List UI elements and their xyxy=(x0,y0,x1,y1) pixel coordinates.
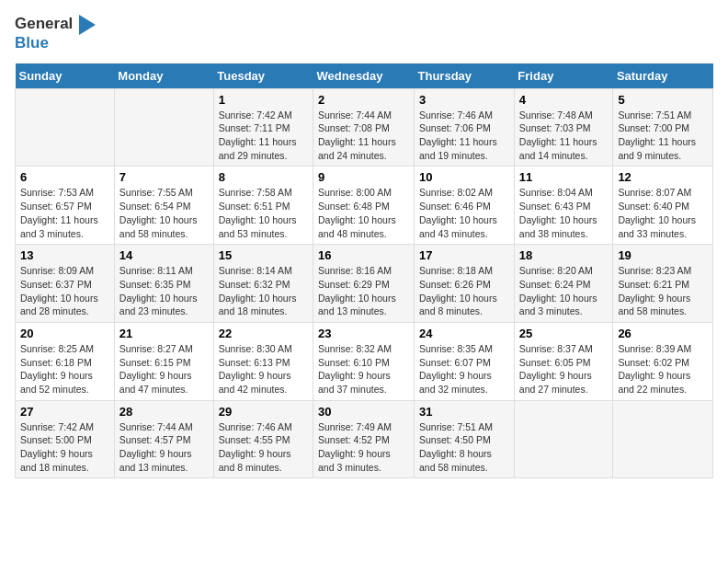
calendar-cell: 3Sunrise: 7:46 AM Sunset: 7:06 PM Daylig… xyxy=(415,88,515,167)
calendar-cell: 5Sunrise: 7:51 AM Sunset: 7:00 PM Daylig… xyxy=(613,88,713,167)
day-info: Sunrise: 8:04 AM Sunset: 6:43 PM Dayligh… xyxy=(519,186,609,240)
logo-general: General xyxy=(15,15,73,32)
day-number: 17 xyxy=(419,248,509,262)
day-number: 14 xyxy=(119,248,209,262)
day-info: Sunrise: 8:09 AM Sunset: 6:37 PM Dayligh… xyxy=(20,264,109,318)
calendar-cell xyxy=(613,400,713,478)
day-number: 10 xyxy=(419,170,509,184)
calendar-cell: 18Sunrise: 8:20 AM Sunset: 6:24 PM Dayli… xyxy=(514,245,613,323)
week-row-5: 27Sunrise: 7:42 AM Sunset: 5:00 PM Dayli… xyxy=(16,400,713,478)
header: General Blue xyxy=(15,15,713,52)
day-number: 8 xyxy=(219,170,308,184)
week-row-4: 20Sunrise: 8:25 AM Sunset: 6:18 PM Dayli… xyxy=(16,322,713,400)
calendar-cell: 28Sunrise: 7:44 AM Sunset: 4:57 PM Dayli… xyxy=(114,400,213,478)
logo: General Blue xyxy=(15,15,96,52)
header-day-friday: Friday xyxy=(514,63,613,89)
calendar-cell: 31Sunrise: 7:51 AM Sunset: 4:50 PM Dayli… xyxy=(415,400,515,478)
calendar-cell: 15Sunrise: 8:14 AM Sunset: 6:32 PM Dayli… xyxy=(213,245,313,323)
calendar-cell: 25Sunrise: 8:37 AM Sunset: 6:05 PM Dayli… xyxy=(514,322,613,400)
week-row-1: 1Sunrise: 7:42 AM Sunset: 7:11 PM Daylig… xyxy=(16,88,713,167)
day-info: Sunrise: 7:55 AM Sunset: 6:54 PM Dayligh… xyxy=(119,186,209,240)
day-number: 20 xyxy=(20,327,109,340)
day-number: 24 xyxy=(419,327,509,340)
calendar-cell: 26Sunrise: 8:39 AM Sunset: 6:02 PM Dayli… xyxy=(613,322,713,400)
day-number: 13 xyxy=(20,248,109,262)
week-row-3: 13Sunrise: 8:09 AM Sunset: 6:37 PM Dayli… xyxy=(16,245,713,323)
day-number: 2 xyxy=(318,93,409,107)
day-number: 25 xyxy=(519,327,609,340)
logo-blue: Blue xyxy=(15,34,49,52)
day-info: Sunrise: 8:35 AM Sunset: 6:07 PM Dayligh… xyxy=(419,342,509,396)
calendar-cell: 30Sunrise: 7:49 AM Sunset: 4:52 PM Dayli… xyxy=(313,400,415,478)
day-number: 6 xyxy=(20,170,109,184)
day-info: Sunrise: 8:27 AM Sunset: 6:15 PM Dayligh… xyxy=(119,342,209,396)
day-number: 19 xyxy=(618,248,708,262)
header-day-thursday: Thursday xyxy=(415,63,515,89)
calendar-cell: 17Sunrise: 8:18 AM Sunset: 6:26 PM Dayli… xyxy=(415,245,515,323)
day-number: 15 xyxy=(219,248,308,262)
day-number: 18 xyxy=(519,248,609,262)
day-number: 29 xyxy=(219,405,308,419)
day-number: 1 xyxy=(219,93,308,107)
day-number: 9 xyxy=(318,170,409,184)
calendar-cell: 8Sunrise: 7:58 AM Sunset: 6:51 PM Daylig… xyxy=(213,167,313,245)
day-info: Sunrise: 8:25 AM Sunset: 6:18 PM Dayligh… xyxy=(20,342,109,396)
day-info: Sunrise: 7:42 AM Sunset: 7:11 PM Dayligh… xyxy=(219,109,308,163)
day-info: Sunrise: 7:51 AM Sunset: 4:50 PM Dayligh… xyxy=(419,420,509,475)
day-info: Sunrise: 8:37 AM Sunset: 6:05 PM Dayligh… xyxy=(519,342,609,396)
day-info: Sunrise: 7:46 AM Sunset: 4:55 PM Dayligh… xyxy=(219,420,308,475)
header-day-saturday: Saturday xyxy=(613,63,713,89)
day-number: 12 xyxy=(618,170,708,184)
day-number: 4 xyxy=(519,93,609,107)
calendar-cell: 6Sunrise: 7:53 AM Sunset: 6:57 PM Daylig… xyxy=(16,167,115,245)
header-day-monday: Monday xyxy=(114,63,213,89)
day-info: Sunrise: 7:49 AM Sunset: 4:52 PM Dayligh… xyxy=(318,420,409,475)
day-number: 30 xyxy=(318,405,409,419)
day-info: Sunrise: 8:02 AM Sunset: 6:46 PM Dayligh… xyxy=(419,186,509,240)
day-info: Sunrise: 8:20 AM Sunset: 6:24 PM Dayligh… xyxy=(519,264,609,318)
calendar-cell: 1Sunrise: 7:42 AM Sunset: 7:11 PM Daylig… xyxy=(213,88,313,167)
calendar-cell: 10Sunrise: 8:02 AM Sunset: 6:46 PM Dayli… xyxy=(415,167,515,245)
header-day-tuesday: Tuesday xyxy=(213,63,313,89)
day-number: 28 xyxy=(119,405,209,419)
day-number: 3 xyxy=(419,93,509,107)
calendar-cell xyxy=(114,88,213,167)
day-number: 22 xyxy=(219,327,308,340)
calendar-cell: 12Sunrise: 8:07 AM Sunset: 6:40 PM Dayli… xyxy=(613,167,713,245)
calendar-cell: 2Sunrise: 7:44 AM Sunset: 7:08 PM Daylig… xyxy=(313,88,415,167)
calendar-table: SundayMondayTuesdayWednesdayThursdayFrid… xyxy=(15,63,713,479)
day-number: 16 xyxy=(318,248,409,262)
day-info: Sunrise: 7:48 AM Sunset: 7:03 PM Dayligh… xyxy=(519,109,609,163)
day-number: 5 xyxy=(618,93,708,107)
calendar-cell: 14Sunrise: 8:11 AM Sunset: 6:35 PM Dayli… xyxy=(114,245,213,323)
day-info: Sunrise: 8:07 AM Sunset: 6:40 PM Dayligh… xyxy=(618,186,708,240)
calendar-header-row: SundayMondayTuesdayWednesdayThursdayFrid… xyxy=(16,63,713,89)
calendar-cell: 7Sunrise: 7:55 AM Sunset: 6:54 PM Daylig… xyxy=(114,167,213,245)
day-info: Sunrise: 8:11 AM Sunset: 6:35 PM Dayligh… xyxy=(119,264,209,318)
calendar-cell: 16Sunrise: 8:16 AM Sunset: 6:29 PM Dayli… xyxy=(313,245,415,323)
day-info: Sunrise: 8:14 AM Sunset: 6:32 PM Dayligh… xyxy=(219,264,308,318)
day-info: Sunrise: 7:44 AM Sunset: 7:08 PM Dayligh… xyxy=(318,109,409,163)
day-number: 21 xyxy=(119,327,209,340)
calendar-cell: 9Sunrise: 8:00 AM Sunset: 6:48 PM Daylig… xyxy=(313,167,415,245)
calendar-cell xyxy=(16,88,115,167)
calendar-cell: 24Sunrise: 8:35 AM Sunset: 6:07 PM Dayli… xyxy=(415,322,515,400)
calendar-cell: 27Sunrise: 7:42 AM Sunset: 5:00 PM Dayli… xyxy=(16,400,115,478)
logo-text: General Blue xyxy=(15,15,96,52)
day-info: Sunrise: 7:42 AM Sunset: 5:00 PM Dayligh… xyxy=(20,420,109,475)
svg-marker-0 xyxy=(79,15,96,35)
day-info: Sunrise: 7:58 AM Sunset: 6:51 PM Dayligh… xyxy=(219,186,308,240)
week-row-2: 6Sunrise: 7:53 AM Sunset: 6:57 PM Daylig… xyxy=(16,167,713,245)
calendar-cell: 21Sunrise: 8:27 AM Sunset: 6:15 PM Dayli… xyxy=(114,322,213,400)
day-number: 26 xyxy=(618,327,708,340)
calendar-cell: 4Sunrise: 7:48 AM Sunset: 7:03 PM Daylig… xyxy=(514,88,613,167)
day-info: Sunrise: 7:44 AM Sunset: 4:57 PM Dayligh… xyxy=(119,420,209,475)
day-info: Sunrise: 7:46 AM Sunset: 7:06 PM Dayligh… xyxy=(419,109,509,163)
day-number: 27 xyxy=(20,405,109,419)
logo-arrow-icon xyxy=(79,15,96,35)
day-info: Sunrise: 8:39 AM Sunset: 6:02 PM Dayligh… xyxy=(618,342,708,396)
header-day-sunday: Sunday xyxy=(16,63,115,89)
calendar-cell: 13Sunrise: 8:09 AM Sunset: 6:37 PM Dayli… xyxy=(16,245,115,323)
calendar-cell: 11Sunrise: 8:04 AM Sunset: 6:43 PM Dayli… xyxy=(514,167,613,245)
day-info: Sunrise: 8:00 AM Sunset: 6:48 PM Dayligh… xyxy=(318,186,409,240)
